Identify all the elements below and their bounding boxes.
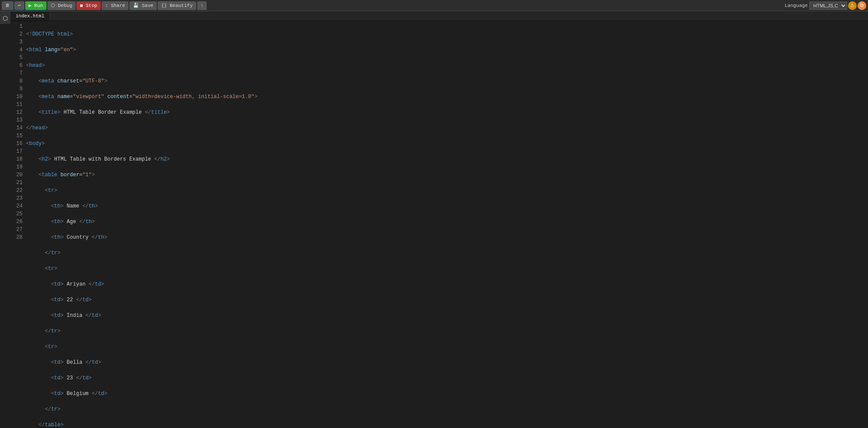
line-num: 23 [12, 194, 23, 202]
line-num: 12 [12, 109, 23, 116]
line-num: 11 [12, 101, 23, 109]
line-num: 13 [12, 116, 23, 124]
run-btn[interactable]: ▶ Run [25, 1, 46, 10]
tab-bar: index.html [10, 11, 868, 21]
sidebar-logo-icon[interactable]: ⬡ [1, 13, 10, 24]
line-num: 4 [12, 46, 23, 54]
line-num: 7 [12, 69, 23, 77]
line-num: 17 [12, 148, 23, 155]
tab-index-html[interactable]: index.html [10, 11, 50, 20]
editor[interactable]: 1 2 3 4 5 6 7 8 9 10 11 12 13 14 15 16 1… [10, 21, 868, 428]
language-label: Language [785, 3, 808, 8]
line-num: 19 [12, 163, 23, 171]
toolbar: 🗎 ↩ ▶ Run ⬡ Debug ◼ Stop ⇧ Share 💾 Save … [0, 0, 868, 11]
line-numbers: 1 2 3 4 5 6 7 8 9 10 11 12 13 14 15 16 1… [10, 23, 26, 428]
line-num: 24 [12, 202, 23, 210]
line-num: 26 [12, 218, 23, 226]
line-num: 6 [12, 62, 23, 69]
line-num: 22 [12, 187, 23, 194]
save-btn[interactable]: 💾 Save [129, 1, 157, 10]
line-num: 28 [12, 234, 23, 241]
warning-btn[interactable]: ⚠ [848, 1, 857, 10]
line-num: 1 [12, 23, 23, 30]
line-num: 5 [12, 54, 23, 62]
code-content[interactable]: <!DOCTYPE html> <html lang="en"> <head> … [26, 23, 868, 428]
stop-btn[interactable]: ◼ Stop [76, 1, 101, 10]
line-num: 2 [12, 30, 23, 38]
debug-btn[interactable]: ⬡ Debug [47, 1, 76, 10]
main-area: index.html 1 2 3 4 5 6 7 8 9 10 11 12 13… [10, 11, 868, 428]
line-num: 18 [12, 155, 23, 163]
line-num: 10 [12, 93, 23, 101]
line-num: 9 [12, 85, 23, 93]
undo-btn[interactable]: ↩ [14, 1, 24, 10]
line-num: 25 [12, 210, 23, 218]
beautify-btn[interactable]: {} Beautify [158, 1, 196, 10]
settings-btn[interactable]: ⚙ [858, 1, 866, 10]
upload-btn[interactable]: ↑ [197, 1, 207, 10]
editor-inner: 1 2 3 4 5 6 7 8 9 10 11 12 13 14 15 16 1… [10, 21, 868, 428]
line-num: 14 [12, 124, 23, 132]
file-icon-btn[interactable]: 🗎 [2, 1, 13, 10]
left-sidebar: ⬡ [0, 11, 10, 24]
share-btn[interactable]: ⇧ Share [102, 1, 129, 10]
line-num: 21 [12, 179, 23, 187]
line-num: 3 [12, 38, 23, 46]
language-selector: Language HTML,JS,C [785, 2, 847, 10]
language-select[interactable]: HTML,JS,C [809, 2, 847, 10]
line-num: 27 [12, 226, 23, 234]
line-num: 8 [12, 77, 23, 85]
line-num: 16 [12, 140, 23, 148]
line-num: 20 [12, 171, 23, 179]
line-num: 15 [12, 132, 23, 140]
